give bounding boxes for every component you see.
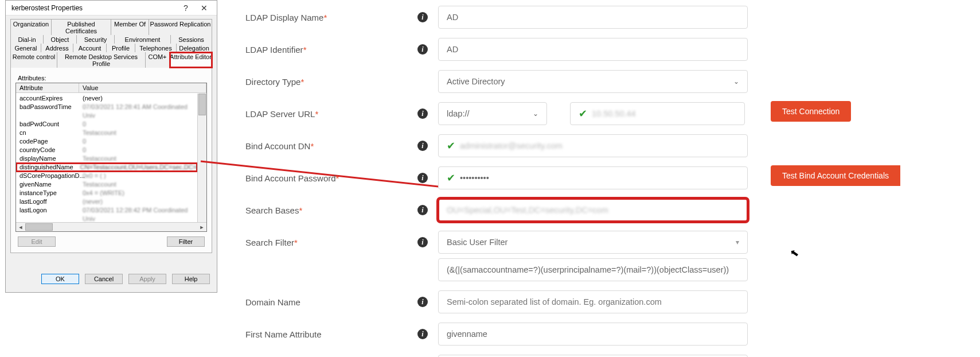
tab-dial-in[interactable]: Dial-in [10,35,44,44]
input-domain-name[interactable] [438,290,748,313]
attr-value: 0x4 = (WRITE) [79,189,197,197]
tab-remote-control[interactable]: Remote control [10,52,57,68]
attr-row-lastLogon[interactable]: lastLogon07/03/2021 12:28:42 PM Coordina… [16,206,197,222]
filter-button[interactable]: Filter [167,236,205,247]
tab-telephones[interactable]: Telephones [135,44,177,52]
caret-down-icon: ▾ [736,238,739,246]
tabs: Organization Published Certificates Memb… [6,15,217,253]
input-identifier[interactable] [438,38,748,61]
tab-member-of[interactable]: Member Of [111,19,149,35]
info-icon[interactable]: i [417,44,428,55]
attr-row-badPasswordTime[interactable]: badPasswordTime07/03/2021 12:28:41 AM Co… [16,103,197,120]
tab-rds-profile[interactable]: Remote Desktop Services Profile [57,52,146,68]
attributes-header: Attribute Value [16,83,206,93]
attr-value: Testaccount [79,129,197,137]
tab-general[interactable]: General [10,44,41,52]
window-title: kerberostest Properties [11,4,177,12]
attr-row-accountExpires[interactable]: accountExpires(never) [16,94,197,103]
attr-row-cn[interactable]: cnTestaccount [16,129,197,137]
attr-row-countryCode[interactable]: countryCode0 [16,146,197,154]
scroll-left-icon[interactable]: ◄ [16,223,25,231]
help-button[interactable]: ? [177,2,195,14]
input-first-name-attr[interactable] [438,323,748,346]
tab-address[interactable]: Address [41,44,73,52]
attr-name: distinguishedName [16,163,77,172]
label-first-name-attr: First Name Attribute [245,329,417,339]
attr-row-badPwdCount[interactable]: badPwdCount0 [16,120,197,129]
filter-selected: Basic User Filter [447,238,507,247]
attr-row-givenName[interactable]: givenNameTestaccount [16,180,197,189]
tab-published-certificates[interactable]: Published Certificates [52,19,111,35]
row-domain-name: Domain Name i [245,290,969,313]
tab-password-replication[interactable]: Password Replication [149,19,212,35]
edit-button[interactable]: Edit [18,236,56,247]
col-attribute[interactable]: Attribute [16,83,79,92]
select-directory-type[interactable]: Active Directory ⌄ [438,70,748,93]
ok-button[interactable]: OK [41,274,79,284]
input-search-filter-expr[interactable]: (&(|(samaccountname=?)(userprincipalname… [438,258,748,281]
tab-organization[interactable]: Organization [10,19,52,35]
input-search-bases[interactable]: OU=Special,OU=Test,DC=security,DC=com [438,199,748,222]
tab-attribute-editor[interactable]: Attribute Editor [170,52,212,68]
cancel-button[interactable]: Cancel [85,274,123,284]
tab-environment[interactable]: Environment [115,35,171,44]
info-icon[interactable]: i [417,237,428,247]
tab-row-2: Dial-in Object Security Environment Sess… [10,35,212,44]
chevron-down-icon: ⌄ [533,110,538,118]
attr-name: countryCode [16,146,79,154]
col-value[interactable]: Value [79,83,206,92]
attr-name: dSCorePropagationD... [16,172,79,180]
info-icon[interactable]: i [417,329,428,339]
tab-object[interactable]: Object [44,35,77,44]
select-search-filter[interactable]: Basic User Filter ▾ [438,231,748,254]
test-bind-button[interactable]: Test Bind Account Credentials [771,165,900,186]
attr-row-distinguishedName[interactable]: distinguishedNameCN=Testaccount,OU=Users… [16,163,197,172]
attr-name: instanceType [16,189,79,197]
attr-row-codePage[interactable]: codePage0 [16,137,197,146]
close-button[interactable]: ✕ [195,2,213,14]
attr-row-dSCorePropagationD...[interactable]: dSCorePropagationD...0x0 = ( ) [16,172,197,180]
attr-row-instanceType[interactable]: instanceType0x4 = (WRITE) [16,189,197,197]
tab-com-plus[interactable]: COM+ [146,52,170,68]
tab-page-attribute-editor: Attributes: Attribute Value accountExpir… [10,67,212,253]
label-bind-dn: Bind Account DN* [245,141,417,151]
attr-name: lastLogoff [16,197,79,206]
tab-sessions[interactable]: Sessions [171,35,212,44]
label-identifier: LDAP Identifier* [245,45,417,55]
attr-value: Testaccount [79,180,197,189]
attr-row-lastLogoff[interactable]: lastLogoff(never) [16,197,197,206]
scroll-thumb[interactable] [198,94,206,115]
tab-delegation[interactable]: Delegation [177,44,212,52]
tab-security[interactable]: Security [77,35,115,44]
info-icon[interactable]: i [417,108,428,119]
test-connection-button[interactable]: Test Connection [771,101,851,122]
info-icon[interactable]: i [417,205,428,215]
vertical-scrollbar[interactable] [197,94,206,222]
input-bind-password[interactable]: ✔ •••••••••• [438,166,748,189]
tab-profile[interactable]: Profile [107,44,135,52]
info-icon[interactable]: i [417,12,428,22]
input-last-name-attr[interactable] [438,355,748,357]
input-bind-dn[interactable]: ✔ administrator@security.com [438,134,748,157]
apply-button[interactable]: Apply [128,274,166,284]
attr-name: lastLogon [16,206,79,222]
info-icon[interactable]: i [417,141,428,151]
help-button[interactable]: Help [172,274,210,284]
horizontal-scrollbar[interactable]: ◄ ► [16,222,206,231]
info-icon[interactable]: i [417,173,428,183]
attr-name: badPwdCount [16,120,79,129]
attr-value: 0x0 = ( ) [79,172,197,180]
info-icon[interactable]: i [417,297,428,307]
select-url-scheme[interactable]: ldap:// ⌄ [438,102,547,125]
scroll-thumb-h[interactable] [25,223,53,231]
attr-value: 07/03/2021 12:28:41 AM Coordinated Univ [79,103,197,120]
scroll-right-icon[interactable]: ► [197,223,206,231]
input-server-host[interactable]: ✔ 10.50.50.44 [570,102,745,125]
input-display-name[interactable] [438,6,748,29]
attr-row-displayName[interactable]: displayNameTestaccount [16,154,197,163]
titlebar: kerberostest Properties ? ✕ [6,1,217,15]
attr-name: givenName [16,180,79,189]
tab-account[interactable]: Account [73,44,107,52]
row-search-filter: Search Filter* i Basic User Filter ▾ [245,231,969,254]
attributes-body[interactable]: accountExpires(never)badPasswordTime07/0… [16,94,197,222]
